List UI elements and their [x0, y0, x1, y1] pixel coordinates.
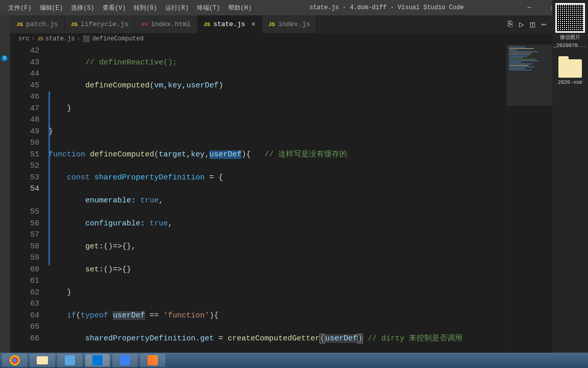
- bc-method[interactable]: defineComputed: [92, 35, 144, 42]
- qr-code-image: [555, 3, 585, 33]
- code-content[interactable]: // defineReactive(); defineComputed(vm,k…: [48, 44, 506, 358]
- menu-edit[interactable]: 编辑(E): [36, 2, 67, 14]
- run-icon[interactable]: ▷: [519, 19, 524, 30]
- tab-label: lifecycle.js: [81, 20, 129, 28]
- tab-index-html[interactable]: <>index.html: [135, 15, 197, 33]
- vscode-taskbar-icon[interactable]: [85, 354, 110, 367]
- menu-help[interactable]: 帮助(H): [224, 2, 256, 14]
- tab-lifecycle[interactable]: JSlifecycle.js: [65, 15, 135, 33]
- paint-taskbar-icon[interactable]: [140, 354, 165, 367]
- tab-bar: JSpatch.js JSlifecycle.js <>index.html J…: [10, 15, 552, 33]
- close-tab-icon[interactable]: ×: [251, 20, 255, 29]
- js-icon: JS: [16, 21, 23, 28]
- js-icon: JS: [204, 21, 210, 28]
- js-icon: JS: [71, 21, 78, 28]
- windows-taskbar: [0, 353, 588, 368]
- editor-area: JSpatch.js JSlifecycle.js <>index.html J…: [10, 15, 552, 358]
- menu-go[interactable]: 转到(G): [130, 2, 161, 14]
- chevron-icon: ›: [77, 35, 80, 42]
- menu-terminal[interactable]: 终端(T): [193, 2, 225, 14]
- js-icon: JS: [268, 21, 275, 28]
- menu-view[interactable]: 查看(V): [99, 2, 130, 14]
- tab-label: index.html: [151, 20, 191, 28]
- tab-state[interactable]: JSstate.js×: [198, 15, 262, 33]
- tab-label: patch.js: [26, 20, 58, 28]
- bc-file[interactable]: state.js: [45, 35, 75, 42]
- chevron-icon: ›: [32, 35, 35, 42]
- folder-icon[interactable]: [558, 59, 582, 78]
- qr-label2: _2020070...: [552, 43, 588, 49]
- tab-index-js[interactable]: JSindex.js: [262, 15, 317, 33]
- code-editor[interactable]: 42434445 46474849 50515253 545556 575859…: [10, 44, 552, 358]
- compare-icon[interactable]: ⎘: [508, 20, 513, 29]
- tab-label: index.js: [278, 20, 310, 28]
- chrome-taskbar-icon[interactable]: [2, 354, 28, 367]
- app2-taskbar-icon[interactable]: [112, 354, 138, 367]
- editor-actions: ⎘ ▷ ◫ ⋯: [508, 15, 552, 33]
- activity-bar: 3: [0, 15, 10, 358]
- minimize-button[interactable]: ─: [518, 0, 541, 15]
- menu-run[interactable]: 运行(R): [161, 2, 193, 14]
- menu-file[interactable]: 文件(F): [4, 2, 36, 14]
- fold-indicator: [48, 91, 50, 265]
- minimap[interactable]: [506, 44, 552, 358]
- js-icon: JS: [37, 36, 43, 42]
- tab-label: state.js: [213, 20, 245, 28]
- menu-select[interactable]: 选择(S): [67, 2, 99, 14]
- menu-bar: 文件(F) 编辑(E) 选择(S) 查看(V) 转到(G) 运行(R) 终端(T…: [0, 2, 256, 14]
- qr-label1: 微信图片: [552, 35, 588, 41]
- side-panel: 微信图片 _2020070... 2020-vue: [552, 0, 588, 368]
- window-title: state.js - 4.dom-diff - Visual Studio Co…: [256, 4, 518, 11]
- more-icon[interactable]: ⋯: [541, 19, 546, 30]
- folder-label: 2020-vue: [552, 80, 588, 86]
- titlebar: 文件(F) 编辑(E) 选择(S) 查看(V) 转到(G) 运行(R) 终端(T…: [0, 0, 588, 15]
- split-icon[interactable]: ◫: [530, 19, 535, 30]
- scm-badge: 3: [1, 55, 8, 61]
- line-numbers: 42434445 46474849 50515253 545556 575859…: [10, 44, 48, 358]
- bc-src[interactable]: src: [18, 35, 30, 42]
- breadcrumb[interactable]: src › JS state.js › ⬛ defineComputed: [10, 33, 552, 44]
- app-taskbar-icon[interactable]: [57, 354, 83, 367]
- method-icon: ⬛: [83, 35, 90, 43]
- explorer-taskbar-icon[interactable]: [30, 354, 55, 367]
- tab-patch[interactable]: JSpatch.js: [10, 15, 65, 33]
- html-icon: <>: [141, 21, 148, 28]
